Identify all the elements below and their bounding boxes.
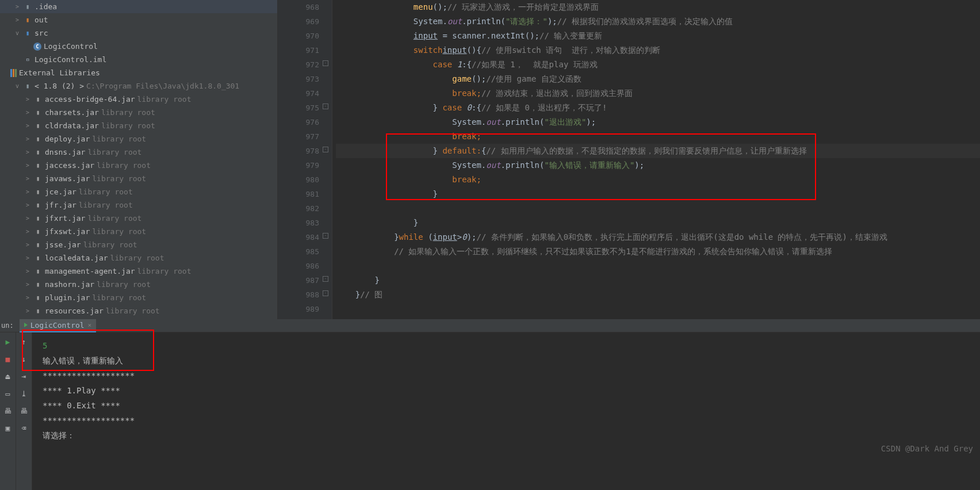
code-line[interactable]: break;// 游戏结束，退出游戏，回到游戏主界面	[336, 86, 980, 101]
chevron-icon[interactable]: >	[24, 294, 31, 301]
tree-item[interactable]: v▮src	[0, 26, 277, 40]
chevron-icon[interactable]: >	[24, 215, 31, 221]
code-line[interactable]: game();//使用 game 自定义函数	[336, 72, 980, 86]
chevron-icon[interactable]: >	[24, 228, 31, 235]
tree-item[interactable]: >▮.idea	[0, 0, 277, 13]
jar-item[interactable]: >▮jaccess.jarlibrary root	[0, 159, 277, 172]
down-icon[interactable]: ↓	[18, 353, 30, 365]
jar-item[interactable]: >▮jce.jarlibrary root	[0, 185, 277, 198]
jar-icon: ▮	[33, 161, 43, 170]
chevron-icon[interactable]: >	[24, 109, 31, 116]
chevron-icon[interactable]: >	[24, 162, 31, 169]
tree-item[interactable]: CLogicControl	[0, 40, 277, 53]
code-line[interactable]	[336, 259, 980, 273]
close-icon[interactable]: ×	[88, 321, 92, 329]
code-line[interactable]: break;	[336, 129, 980, 144]
layout-icon[interactable]: ▭	[2, 388, 14, 399]
code-line[interactable]: }	[336, 216, 980, 230]
code-line[interactable]: input = scanner.nextInt();// 输入变量更新	[336, 29, 980, 43]
pin-icon[interactable]: ▣	[2, 422, 14, 434]
chevron-icon[interactable]: >	[24, 175, 31, 182]
exit-icon[interactable]: ⏏	[2, 370, 14, 382]
line-number: 974	[278, 86, 319, 101]
code-line[interactable]: }// 图	[336, 288, 980, 302]
jar-icon: ▮	[33, 254, 43, 263]
jar-icon: ▮	[33, 174, 43, 183]
fold-icon[interactable]: -	[323, 233, 328, 239]
code-line[interactable]: System.out.println("请选择：");// 根据我们的游戏游戏界…	[336, 14, 980, 29]
jar-item[interactable]: >▮resources.jarlibrary root	[0, 304, 277, 317]
code-line[interactable]: }	[336, 273, 980, 288]
chevron-icon[interactable]: >	[24, 308, 31, 314]
jar-item[interactable]: >▮cldrdata.jarlibrary root	[0, 119, 277, 132]
chevron-icon[interactable]: >	[24, 189, 31, 195]
tree-item[interactable]: >▮out	[0, 13, 277, 26]
tree-item[interactable]: ▫LogicControl.iml	[0, 53, 277, 66]
run-tab[interactable]: LogicControl ×	[20, 319, 97, 332]
code-line[interactable]: } default:{// 如用用户输入的数据，不是我指定的数据，则我们需要反馈…	[336, 144, 980, 158]
chevron-icon[interactable]: >	[24, 122, 31, 129]
code-area[interactable]: menu();// 玩家进入游戏，一开始肯定是游戏界面 System.out.p…	[332, 0, 980, 319]
jar-item[interactable]: >▮jfxswt.jarlibrary root	[0, 225, 277, 238]
code-line[interactable]: System.out.println("退出游戏");	[336, 115, 980, 129]
code-editor[interactable]: 968969970971972-973974975-976977978-9799…	[278, 0, 980, 319]
print-icon[interactable]: 🖶	[2, 405, 14, 416]
chevron-icon[interactable]: >	[24, 255, 31, 261]
jar-item[interactable]: >▮jfr.jarlibrary root	[0, 198, 277, 212]
library-root-label: library root	[92, 135, 146, 143]
tree-item[interactable]: External Libraries	[0, 66, 277, 79]
chevron-icon[interactable]: >	[24, 149, 31, 155]
wrap-icon[interactable]: ⇥	[18, 370, 30, 382]
chevron-icon[interactable]: >	[24, 202, 31, 208]
print2-icon[interactable]: 🖶	[18, 405, 30, 416]
console-output[interactable]: 5输入错误，请重新输入*********************** 1.Pla…	[32, 332, 980, 490]
chevron-icon[interactable]: >	[24, 96, 31, 102]
jar-item[interactable]: >▮jsse.jarlibrary root	[0, 238, 277, 251]
code-line[interactable]: switchinput(){// 使用switch 语句 进行，对输入数据的判断	[336, 43, 980, 58]
folder-icon: ▮	[23, 2, 32, 12]
chevron-icon[interactable]: >	[24, 242, 31, 248]
chevron-icon[interactable]: >	[14, 17, 21, 23]
code-line[interactable]: break;	[336, 173, 980, 187]
code-line[interactable]: case 1:{//如果是 1， 就是play 玩游戏	[336, 58, 980, 72]
code-line[interactable]: // 如果输入输入一个正数，则循环继续，只不过如果该正数不为1是不能进行游戏的，…	[336, 244, 980, 259]
code-line[interactable]: } case 0:{// 如果是 0，退出程序，不玩了!	[336, 101, 980, 115]
code-line[interactable]: }while (input>0);// 条件判断，如果输入0和负数，执行完上面的…	[336, 230, 980, 244]
line-number: 970	[278, 29, 319, 43]
chevron-icon[interactable]: >	[24, 281, 31, 288]
stop-icon[interactable]: ■	[2, 353, 14, 365]
scroll-icon[interactable]: ⤓	[18, 388, 30, 399]
jar-item[interactable]: >▮charsets.jarlibrary root	[0, 106, 277, 119]
tree-item[interactable]: v▮< 1.8 (2) > C:\Program Files\Java\jdk1…	[0, 79, 277, 93]
jar-icon: ▮	[33, 280, 43, 289]
jar-item[interactable]: >▮jfxrt.jarlibrary root	[0, 212, 277, 225]
jar-icon: ▮	[33, 267, 43, 276]
code-line[interactable]	[336, 201, 980, 216]
rerun-icon[interactable]: ▶	[2, 336, 14, 347]
code-line[interactable]: System.out.println("输入错误，请重新输入");	[336, 158, 980, 173]
jar-item[interactable]: >▮plugin.jarlibrary root	[0, 291, 277, 304]
jar-item[interactable]: >▮management-agent.jarlibrary root	[0, 265, 277, 278]
chevron-icon[interactable]: v	[14, 30, 21, 36]
fold-icon[interactable]: -	[323, 60, 328, 66]
code-line[interactable]	[336, 302, 980, 316]
chevron-icon[interactable]: >	[24, 268, 31, 274]
chevron-icon[interactable]: v	[14, 83, 21, 89]
up-icon[interactable]: ↑	[18, 336, 30, 347]
fold-icon[interactable]: -	[323, 290, 328, 296]
jar-item[interactable]: >▮deploy.jarlibrary root	[0, 132, 277, 146]
fold-icon[interactable]: -	[323, 104, 328, 109]
code-line[interactable]: }	[336, 187, 980, 201]
jar-item[interactable]: >▮access-bridge-64.jarlibrary root	[0, 93, 277, 106]
fold-icon[interactable]: -	[323, 276, 328, 282]
clear-icon[interactable]: ⌫	[18, 422, 30, 434]
chevron-icon[interactable]: >	[14, 3, 21, 10]
code-line[interactable]: menu();// 玩家进入游戏，一开始肯定是游戏界面	[336, 0, 980, 14]
jar-name: deploy.jar	[45, 135, 90, 143]
fold-icon[interactable]: -	[323, 147, 328, 152]
chevron-icon[interactable]: >	[24, 136, 31, 142]
jar-item[interactable]: >▮javaws.jarlibrary root	[0, 172, 277, 185]
jar-item[interactable]: >▮nashorn.jarlibrary root	[0, 278, 277, 291]
jar-item[interactable]: >▮dnsns.jarlibrary root	[0, 146, 277, 159]
jar-item[interactable]: >▮localedata.jarlibrary root	[0, 251, 277, 265]
